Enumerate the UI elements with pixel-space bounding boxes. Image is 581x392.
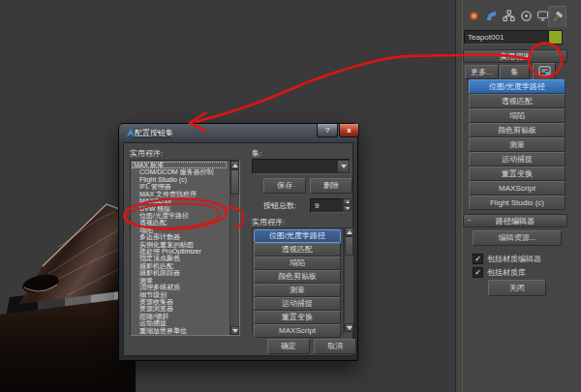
set-button[interactable]: 运动捕捉 xyxy=(254,297,341,311)
utility-list-item[interactable]: 指定顶点颜色 xyxy=(132,255,227,261)
hierarchy-icon xyxy=(503,10,515,22)
rollout-path-editor-header[interactable]: - 路径编辑器 xyxy=(463,214,567,227)
utility-list-item[interactable]: 摄影机跟踪器 xyxy=(132,269,227,276)
listbox-scrollbar[interactable] xyxy=(229,161,239,335)
button-set-label: 实用程序: xyxy=(252,217,285,227)
sets-label: 集: xyxy=(252,148,261,159)
utility-list-item[interactable]: 细节级别 xyxy=(132,291,227,298)
set-button[interactable]: 测量 xyxy=(254,284,341,297)
set-button[interactable]: MAXScript xyxy=(254,324,341,338)
utility-button[interactable]: 塌陷 xyxy=(469,108,566,123)
utility-button[interactable]: 透视匹配 xyxy=(469,94,566,108)
spinner-down[interactable] xyxy=(343,205,352,211)
utilities-icon xyxy=(551,11,564,23)
rollout-utilities-title: 实用程序 xyxy=(500,51,531,62)
utility-list-item[interactable]: 多边形计数器 xyxy=(132,233,227,240)
more-button[interactable]: 更多... xyxy=(465,65,499,79)
command-panel: Teapot001 - 实用程序 更多... 集 位图/光度学路径 透视匹配 塌… xyxy=(455,0,581,392)
tab-utilities[interactable] xyxy=(548,6,566,27)
close-button[interactable]: x xyxy=(339,124,359,137)
utility-list-item[interactable]: MAX 标准 xyxy=(132,162,227,168)
save-button[interactable]: 保存 xyxy=(263,178,306,194)
ok-button[interactable]: 确定 xyxy=(267,339,310,354)
utility-list-item[interactable]: 资源收集器 xyxy=(132,298,227,305)
configure-button-sets-dialog: 配置按钮集 ? x 实用程序: MAX 标准 COM/DCOM 服务器控制 Fl… xyxy=(118,123,358,361)
object-color-swatch[interactable] xyxy=(548,30,563,45)
collapse-glyph: - xyxy=(468,215,471,225)
tab-hierarchy[interactable] xyxy=(501,6,517,26)
total-buttons-value: 9 xyxy=(311,201,319,210)
utility-button[interactable]: 测量 xyxy=(469,137,566,152)
dialog-title: 配置按钮集 xyxy=(135,128,173,138)
close-panel-button[interactable]: 关闭 xyxy=(488,280,546,296)
utility-list-item[interactable]: Flight Studio (c) xyxy=(132,176,227,183)
scroll-up-arrow[interactable] xyxy=(345,227,353,236)
utility-list-item[interactable]: 跟随/倾斜 xyxy=(132,313,227,319)
chevron-down-icon[interactable] xyxy=(337,161,349,172)
utilities-list-label: 实用程序: xyxy=(130,148,163,159)
utility-list-item[interactable]: COM/DCOM 服务器控制 xyxy=(132,168,227,175)
set-button[interactable]: 透视匹配 xyxy=(254,243,341,256)
tab-modify[interactable] xyxy=(483,6,500,26)
utility-button[interactable]: Flight Studio (c) xyxy=(469,196,566,210)
utility-list-item[interactable]: 塌陷 xyxy=(132,226,227,233)
set-button[interactable]: 塌陷 xyxy=(254,256,341,270)
scroll-up-arrow[interactable] xyxy=(230,161,239,169)
dialog-client-area: 实用程序: MAX 标准 COM/DCOM 服务器控制 Flight Studi… xyxy=(123,142,353,356)
checkbox-label: 包括材质库 xyxy=(487,268,526,277)
utility-list-item[interactable]: 摄影机匹配 xyxy=(132,262,227,269)
utility-button[interactable]: 位图/光度学路径 xyxy=(469,79,566,94)
utility-button[interactable]: 运动捕捉 xyxy=(469,152,566,166)
sets-combobox-value xyxy=(253,166,256,175)
checkbox-label: 包括材质编辑器 xyxy=(487,255,541,263)
configure-button-sets-icon xyxy=(538,66,551,77)
checkbox-checked[interactable]: ✓ xyxy=(473,267,483,278)
help-button[interactable]: ? xyxy=(317,124,338,137)
sets-button[interactable]: 集 xyxy=(500,65,530,79)
total-buttons-label: 按钮总数: xyxy=(263,200,296,211)
utility-list-item[interactable]: 透视匹配 xyxy=(132,219,227,226)
create-icon xyxy=(468,10,480,22)
utility-list-item[interactable]: 重缩放世界单位 xyxy=(132,327,227,334)
utility-button[interactable]: MAXScript xyxy=(469,181,566,196)
utility-list-item[interactable]: 位图/光度学路径 xyxy=(132,212,227,219)
tab-motion[interactable] xyxy=(518,6,535,26)
button-set-scrollbar[interactable] xyxy=(344,227,353,332)
tab-create[interactable] xyxy=(466,6,482,26)
rollout-utilities-header[interactable]: - 实用程序 xyxy=(463,49,567,63)
spinner-up[interactable] xyxy=(343,198,352,204)
collapse-glyph: - xyxy=(468,50,471,60)
cancel-button[interactable]: 取消 xyxy=(314,339,356,354)
motion-icon xyxy=(520,10,533,22)
utility-list-item[interactable]: MAXScript xyxy=(132,197,227,204)
screenshot-root: Teapot001 - 实用程序 更多... 集 位图/光度学路径 透视匹配 塌… xyxy=(0,0,581,392)
rollout-path-editor-title: 路径编辑器 xyxy=(496,216,535,226)
utility-list-item[interactable]: IFL 管理器 xyxy=(132,183,227,190)
include-material-library-row[interactable]: ✓包括材质库 xyxy=(473,263,526,281)
edit-resources-button[interactable]: 编辑资源... xyxy=(473,230,562,246)
sets-combobox[interactable] xyxy=(252,159,351,174)
scroll-down-arrow[interactable] xyxy=(345,323,353,332)
modify-icon xyxy=(485,10,498,22)
utility-list-item[interactable]: 批处理 ProOptimizer xyxy=(132,248,227,255)
configure-button-sets-button[interactable] xyxy=(533,63,556,80)
utility-list-item[interactable]: 实例化重复的贴图 xyxy=(132,241,227,248)
utility-list-item[interactable]: 清理多维材质 xyxy=(132,284,227,290)
set-button[interactable]: 颜色剪贴板 xyxy=(254,270,341,284)
set-button[interactable]: 重置变换 xyxy=(254,311,341,324)
set-button[interactable]: 位图/光度学路径 xyxy=(254,229,341,243)
scroll-down-arrow[interactable] xyxy=(230,326,239,335)
scrollbar-thumb[interactable] xyxy=(230,169,239,195)
utility-list-item[interactable]: 资源浏览器 xyxy=(132,305,227,312)
utilities-listbox[interactable]: MAX 标准 COM/DCOM 服务器控制 Flight Studio (c) … xyxy=(130,160,240,336)
utility-list-item[interactable]: MAX 文件查找程序 xyxy=(132,191,227,197)
utility-button[interactable]: 颜色剪贴板 xyxy=(469,123,566,137)
utility-button[interactable]: 重置变换 xyxy=(469,166,566,181)
total-buttons-field[interactable]: 9 xyxy=(310,198,344,213)
object-name-field[interactable]: Teapot001 xyxy=(464,30,550,45)
utility-list-item[interactable]: 测量 xyxy=(132,277,227,284)
scrollbar-thumb[interactable] xyxy=(345,236,353,256)
utility-list-item[interactable]: 运动捕捉 xyxy=(132,319,227,326)
utility-list-item[interactable]: UVW 移除 xyxy=(132,205,227,212)
delete-button[interactable]: 删除 xyxy=(310,178,352,194)
